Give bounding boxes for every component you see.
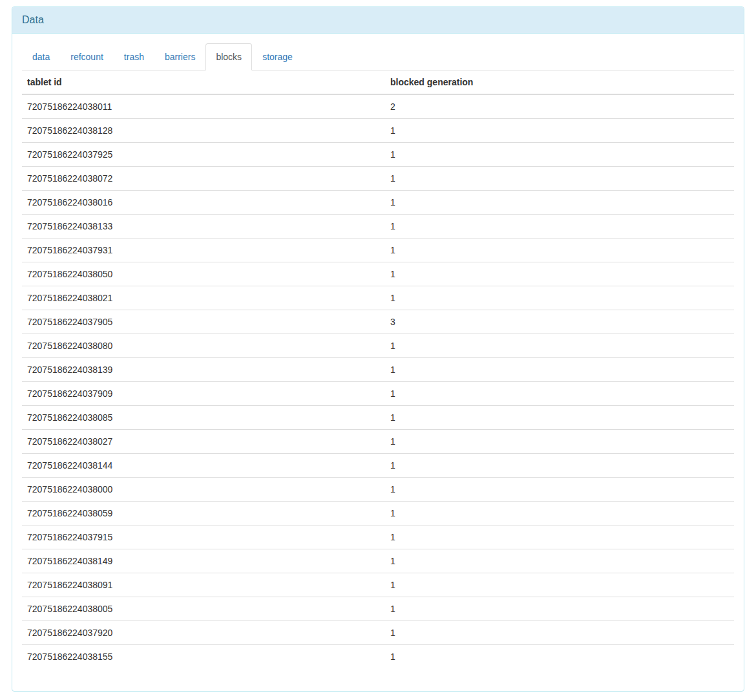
table-row: 720751862240380211 xyxy=(22,286,734,310)
tablet-id-cell: 72075186224038091 xyxy=(22,573,385,597)
table-row: 720751862240381391 xyxy=(22,358,734,382)
table-row: 720751862240381281 xyxy=(22,119,734,143)
tablet-id-cell: 72075186224038027 xyxy=(22,430,385,454)
table-row: 720751862240379053 xyxy=(22,310,734,334)
tablet-id-cell: 72075186224038005 xyxy=(22,597,385,621)
blocked-generation-cell: 1 xyxy=(385,286,734,310)
blocked-generation-cell: 1 xyxy=(385,119,734,143)
blocked-generation-cell: 1 xyxy=(385,358,734,382)
table-row: 720751862240379201 xyxy=(22,621,734,645)
table-row: 720751862240380591 xyxy=(22,502,734,525)
blocked-generation-cell: 1 xyxy=(385,430,734,454)
tablet-id-cell: 72075186224037909 xyxy=(22,382,385,406)
blocked-generation-cell: 1 xyxy=(385,478,734,502)
page: Data datarefcounttrashbarriersblocksstor… xyxy=(0,0,756,700)
table-row: 720751862240380161 xyxy=(22,191,734,215)
table-header-row: tablet idblocked generation xyxy=(22,70,734,94)
tablet-id-cell: 72075186224038085 xyxy=(22,406,385,430)
tablet-id-cell: 72075186224038080 xyxy=(22,334,385,358)
blocked-generation-cell: 1 xyxy=(385,454,734,478)
blocked-generation-cell: 1 xyxy=(385,239,734,262)
tab-blocks[interactable]: blocks xyxy=(205,43,252,70)
tab-refcount[interactable]: refcount xyxy=(60,43,114,70)
tablet-id-cell: 72075186224037931 xyxy=(22,239,385,262)
blocked-generation-cell: 1 xyxy=(385,573,734,597)
tablet-id-cell: 72075186224038000 xyxy=(22,478,385,502)
blocked-generation-cell: 1 xyxy=(385,621,734,645)
blocked-generation-cell: 1 xyxy=(385,597,734,621)
panel-body: datarefcounttrashbarriersblocksstorage t… xyxy=(12,34,744,691)
table-row: 720751862240380851 xyxy=(22,406,734,430)
table-row: 720751862240380801 xyxy=(22,334,734,358)
tablet-id-cell: 72075186224037925 xyxy=(22,143,385,167)
tablet-id-cell: 72075186224037920 xyxy=(22,621,385,645)
blocked-generation-cell: 1 xyxy=(385,191,734,215)
tablet-id-cell: 72075186224037905 xyxy=(22,310,385,334)
tablet-id-cell: 72075186224038016 xyxy=(22,191,385,215)
table-row: 720751862240379311 xyxy=(22,239,734,262)
table-row: 720751862240379091 xyxy=(22,382,734,406)
blocked-generation-cell: 1 xyxy=(385,143,734,167)
tab-blocks-link[interactable]: blocks xyxy=(205,43,252,70)
tab-barriers[interactable]: barriers xyxy=(154,43,205,70)
table-row: 720751862240381331 xyxy=(22,215,734,239)
table-row: 720751862240380721 xyxy=(22,167,734,191)
tablet-id-cell: 72075186224038128 xyxy=(22,119,385,143)
column-header-tablet-id: tablet id xyxy=(22,70,385,94)
table-row: 720751862240381551 xyxy=(22,645,734,669)
blocked-generation-cell: 1 xyxy=(385,406,734,430)
table-row: 720751862240380271 xyxy=(22,430,734,454)
tablet-id-cell: 72075186224038072 xyxy=(22,167,385,191)
tablet-id-cell: 72075186224038021 xyxy=(22,286,385,310)
tablet-id-cell: 72075186224038149 xyxy=(22,549,385,573)
data-panel: Data datarefcounttrashbarriersblocksstor… xyxy=(12,6,744,692)
table-row: 720751862240380051 xyxy=(22,597,734,621)
tab-trash[interactable]: trash xyxy=(114,43,154,70)
blocked-generation-cell: 1 xyxy=(385,262,734,286)
blocked-generation-cell: 1 xyxy=(385,645,734,669)
table-row: 720751862240380001 xyxy=(22,478,734,502)
table-row: 720751862240379251 xyxy=(22,143,734,167)
column-header-blocked-generation: blocked generation xyxy=(385,70,734,94)
tab-refcount-link[interactable]: refcount xyxy=(60,43,114,70)
tablet-id-cell: 72075186224038155 xyxy=(22,645,385,669)
panel-heading: Data xyxy=(12,7,744,34)
panel-title: Data xyxy=(22,14,734,27)
table-body: 7207518622403801127207518622403812817207… xyxy=(22,94,734,668)
tab-trash-link[interactable]: trash xyxy=(114,43,154,70)
blocked-generation-cell: 1 xyxy=(385,382,734,406)
tablet-id-cell: 72075186224038133 xyxy=(22,215,385,239)
table-row: 720751862240380112 xyxy=(22,94,734,119)
blocked-generation-cell: 1 xyxy=(385,525,734,549)
blocked-generation-cell: 1 xyxy=(385,215,734,239)
blocked-generation-cell: 3 xyxy=(385,310,734,334)
tablet-id-cell: 72075186224038011 xyxy=(22,94,385,119)
table-head: tablet idblocked generation xyxy=(22,70,734,94)
tab-data-link[interactable]: data xyxy=(22,43,60,70)
blocked-generation-cell: 1 xyxy=(385,502,734,525)
blocked-generation-cell: 1 xyxy=(385,167,734,191)
blocked-generation-cell: 1 xyxy=(385,334,734,358)
tablet-id-cell: 72075186224038139 xyxy=(22,358,385,382)
tablet-id-cell: 72075186224038144 xyxy=(22,454,385,478)
tab-storage-link[interactable]: storage xyxy=(252,43,303,70)
tab-storage[interactable]: storage xyxy=(252,43,303,70)
table-row: 720751862240379151 xyxy=(22,525,734,549)
table-row: 720751862240380911 xyxy=(22,573,734,597)
blocks-table: tablet idblocked generation 720751862240… xyxy=(22,70,734,668)
tablet-id-cell: 72075186224038050 xyxy=(22,262,385,286)
tablet-id-cell: 72075186224038059 xyxy=(22,502,385,525)
tab-barriers-link[interactable]: barriers xyxy=(154,43,205,70)
tab-bar: datarefcounttrashbarriersblocksstorage xyxy=(22,43,734,70)
tablet-id-cell: 72075186224037915 xyxy=(22,525,385,549)
blocked-generation-cell: 1 xyxy=(385,549,734,573)
table-row: 720751862240381491 xyxy=(22,549,734,573)
table-row: 720751862240381441 xyxy=(22,454,734,478)
table-row: 720751862240380501 xyxy=(22,262,734,286)
blocked-generation-cell: 2 xyxy=(385,94,734,119)
tab-data[interactable]: data xyxy=(22,43,60,70)
